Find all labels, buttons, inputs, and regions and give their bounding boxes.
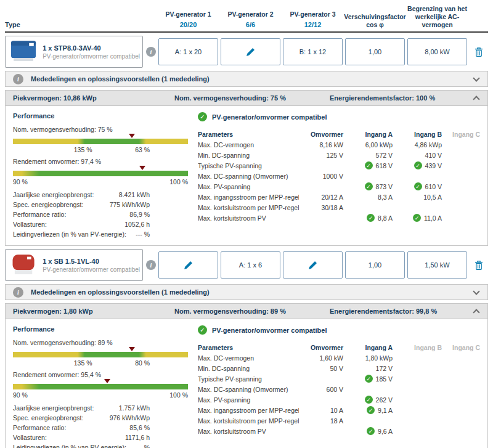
collapse-details-button[interactable] xyxy=(473,308,480,315)
trash-icon xyxy=(475,260,483,271)
pv-generator-3-label: PV-generator 3 xyxy=(290,10,335,18)
peak-power: Piekvermogen: 10,86 kWp xyxy=(13,94,174,102)
chevron-down-icon xyxy=(473,288,479,295)
stat-row: Spec. energieopbrengst:976 kWh/kWp xyxy=(13,413,150,423)
chevron-down-icon xyxy=(473,75,479,81)
parameters-section: ✓ PV-generator/omvormer compatibel Param… xyxy=(198,111,480,239)
scale-left: 90 % xyxy=(13,178,28,185)
column-header-pv-generator-3: PV-generator 3 12/12 xyxy=(283,5,343,29)
detail-panel: Performance Nom. vermogensverhouding: 75… xyxy=(5,106,488,246)
scale-right: 80 % xyxy=(135,359,150,367)
nom-ratio-label: Nom. vermogensverhouding: 75 % xyxy=(13,126,188,133)
param-row: Max. kortsluitstroom PV ✓9,6 A xyxy=(198,426,480,436)
inverter-compat-status: PV-generator/omvormer compatibel xyxy=(43,53,140,60)
check-icon: ✓ xyxy=(414,161,422,169)
nom-ratio-bar xyxy=(13,352,188,357)
efficiency-label: Rendement omvormer: 97,4 % xyxy=(13,158,188,165)
messages-bar[interactable]: i Mededelingen en oplossingsvoorstellen … xyxy=(5,71,488,87)
inverter-image xyxy=(8,38,39,65)
delete-inverter-button[interactable] xyxy=(473,259,484,272)
check-icon: ✓ xyxy=(413,214,421,222)
pv-generator-2-count: 6/6 xyxy=(246,21,255,30)
scale-left: 135 % xyxy=(74,359,92,367)
param-row: Min. DC-spanning 50 V 172 V xyxy=(198,363,480,373)
performance-section: Performance Nom. vermogensverhouding: 89… xyxy=(13,324,188,448)
stat-row: Leidingverliezen (in % van PV-energie):-… xyxy=(13,229,150,239)
param-row: Typische PV-spanning ✓618 V ✓439 V xyxy=(198,160,480,171)
scale-right: 100 % xyxy=(169,178,188,185)
info-icon[interactable]: i xyxy=(146,260,156,270)
inverter-card[interactable]: 1 x SB 1.5-1VL-40 PV-generator/omvormer … xyxy=(5,249,143,281)
parameters-table: Parameters Omvormer Ingang A Ingang B In… xyxy=(198,342,480,436)
energy-yield-factor: Energierendementsfactor: 100 % xyxy=(330,94,469,102)
inverter-name: 1 x STP8.0-3AV-40 xyxy=(43,44,140,52)
ac-limit-button[interactable]: 1,50 kW xyxy=(407,251,467,279)
collapse-details-button[interactable] xyxy=(473,95,480,102)
param-row: Max. DC-vermogen 1,60 kW 1,80 kWp xyxy=(198,352,480,363)
check-icon: ✓ xyxy=(198,325,207,335)
cos-phi-button[interactable]: 1,00 xyxy=(345,251,405,279)
pv-generator-1-config-button[interactable]: A: 1 x 20 xyxy=(158,38,218,65)
pv-generator-2-config-button[interactable]: A: 1 x 6 xyxy=(221,251,280,279)
expand-messages-button[interactable] xyxy=(473,76,480,83)
compat-header: ✓ PV-generator/omvormer compatibel xyxy=(198,325,480,335)
inverter-card[interactable]: 1 x STP8.0-3AV-40 PV-generator/omvormer … xyxy=(5,36,143,68)
compat-title: PV-generator/omvormer compatibel xyxy=(212,113,327,121)
check-icon: ✓ xyxy=(365,182,373,190)
pv-generator-1-config-button[interactable] xyxy=(158,251,218,279)
scale-right: 63 % xyxy=(135,146,150,153)
value-marker xyxy=(104,379,110,383)
compat-header: ✓ PV-generator/omvormer compatibel xyxy=(198,112,480,121)
column-header-type: Type xyxy=(5,5,156,29)
detail-panel: Performance Nom. vermogensverhouding: 89… xyxy=(5,319,488,448)
pv-generator-3-config-button[interactable] xyxy=(283,251,343,279)
scale-left: 135 % xyxy=(74,146,92,153)
table-header: Type PV-generator 1 20/20 PV-generator 2… xyxy=(5,5,488,33)
value-marker xyxy=(129,347,135,351)
column-header-cos-phi: Verschuivingsfactor cos φ xyxy=(345,5,405,29)
stat-row: Performance ratio:85,6 % xyxy=(13,423,150,433)
check-icon: ✓ xyxy=(367,427,375,435)
inverter-image xyxy=(8,251,39,279)
pv-generator-3-config-button[interactable]: B: 1 x 12 xyxy=(283,38,343,65)
inverter-name: 1 x SB 1.5-1VL-40 xyxy=(43,258,140,265)
stat-row: Vollasturen:1052,6 h xyxy=(13,219,150,229)
pv-generator-1-label: PV-generator 1 xyxy=(165,10,211,18)
expand-messages-button[interactable] xyxy=(473,289,480,296)
inverter-row: 1 x STP8.0-3AV-40 PV-generator/omvormer … xyxy=(5,36,488,68)
parameters-table-header: Parameters Omvormer Ingang A Ingang B In… xyxy=(198,342,480,352)
chevron-up-icon xyxy=(473,96,479,102)
summary-bar[interactable]: Piekvermogen: 10,86 kWp Nom. vermogensve… xyxy=(5,90,488,106)
stat-row: Performance ratio:86,9 % xyxy=(13,210,150,219)
check-icon: ✓ xyxy=(367,214,375,222)
scale-right: 100 % xyxy=(169,391,188,399)
energy-yield-factor: Energierendementsfactor: 99,8 % xyxy=(330,307,469,315)
cos-phi-button[interactable]: 1,00 xyxy=(345,38,405,65)
stat-row: Jaarlijkse energieopbrengst:8.421 kWh xyxy=(13,190,150,200)
param-row: Min. DC-spanning 125 V 572 V 410 V xyxy=(198,150,480,160)
pv-generator-2-label: PV-generator 2 xyxy=(227,10,273,18)
ac-limit-button[interactable]: 8,00 kW xyxy=(407,38,467,65)
parameters-table-header: Parameters Omvormer Ingang A Ingang B In… xyxy=(198,129,480,139)
app: Type PV-generator 1 20/20 PV-generator 2… xyxy=(5,5,488,448)
delete-inverter-button[interactable] xyxy=(473,46,484,59)
info-icon[interactable]: i xyxy=(146,47,156,57)
pencil-icon xyxy=(308,261,317,270)
parameters-table: Parameters Omvormer Ingang A Ingang B In… xyxy=(198,129,480,223)
check-icon: ✓ xyxy=(365,161,373,169)
pv-generator-2-config-button[interactable] xyxy=(221,38,280,65)
messages-bar[interactable]: i Mededelingen en oplossingsvoorstellen … xyxy=(5,284,488,300)
parameters-section: ✓ PV-generator/omvormer compatibel Param… xyxy=(198,324,480,448)
pv-generator-1-count: 20/20 xyxy=(180,21,197,30)
param-row: Max. DC-spanning (Omvormer) 1000 V xyxy=(198,171,480,181)
performance-stats: Jaarlijkse energieopbrengst:1.757 kWh Sp… xyxy=(13,403,150,448)
param-row: Max. DC-vermogen 8,16 kW 6,00 kWp 4,86 k… xyxy=(198,139,480,150)
compat-title: PV-generator/omvormer compatibel xyxy=(212,327,327,334)
value-marker xyxy=(139,166,145,170)
column-header-pv-generator-2: PV-generator 2 6/6 xyxy=(221,5,280,29)
messages-text: Mededelingen en oplossingsvoorstellen (1… xyxy=(31,288,210,296)
param-row: Max. kortsluitstroom per MPP-regeling 30… xyxy=(198,202,480,213)
check-icon: ✓ xyxy=(414,182,422,190)
performance-stats: Jaarlijkse energieopbrengst:8.421 kWh Sp… xyxy=(13,190,150,239)
summary-bar[interactable]: Piekvermogen: 1,80 kWp Nom. vermogensver… xyxy=(5,303,488,319)
